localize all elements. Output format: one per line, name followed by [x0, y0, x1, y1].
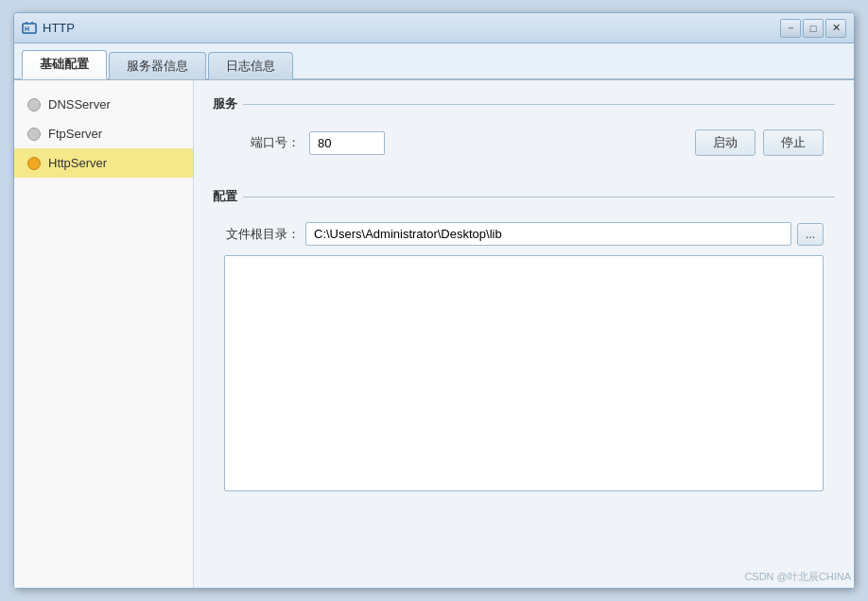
- title-bar: H HTTP － □ ✕: [14, 13, 854, 43]
- config-section: 配置 文件根目录： ...: [213, 188, 835, 503]
- action-buttons: 启动 停止: [695, 129, 824, 156]
- dns-label: DNSServer: [48, 97, 111, 112]
- port-row: 端口号： 启动 停止: [224, 129, 824, 156]
- stop-button[interactable]: 停止: [763, 129, 824, 156]
- root-dir-label: 文件根目录：: [224, 226, 300, 243]
- http-status-dot: [27, 157, 41, 170]
- window-controls: － □ ✕: [780, 19, 846, 38]
- service-section: 服务 端口号： 启动 停止: [213, 95, 835, 173]
- minimize-button[interactable]: －: [780, 19, 801, 38]
- sidebar-item-ftp[interactable]: FtpServer: [14, 119, 193, 148]
- app-icon: H: [22, 21, 37, 36]
- port-label: 端口号：: [224, 134, 300, 151]
- browse-button[interactable]: ...: [797, 223, 824, 246]
- tab-server[interactable]: 服务器信息: [109, 52, 206, 79]
- dns-status-dot: [27, 98, 41, 112]
- svg-text:H: H: [25, 26, 29, 32]
- main-panel: 服务 端口号： 启动 停止 配置: [194, 80, 854, 588]
- service-section-header: 服务: [213, 95, 835, 112]
- config-section-content: 文件根目录： ...: [213, 215, 835, 503]
- service-section-content: 端口号： 启动 停止: [213, 122, 835, 173]
- main-window: H HTTP － □ ✕ 基础配置 服务器信息 日志信息 DNSServer F…: [13, 12, 855, 589]
- root-dir-input[interactable]: [305, 222, 791, 246]
- tab-log[interactable]: 日志信息: [208, 52, 293, 79]
- sidebar: DNSServer FtpServer HttpServer: [14, 80, 194, 588]
- config-section-header: 配置: [213, 188, 835, 205]
- config-textarea[interactable]: [224, 255, 824, 491]
- restore-button[interactable]: □: [803, 19, 824, 38]
- port-input[interactable]: [309, 131, 385, 155]
- content-area: DNSServer FtpServer HttpServer 服务 端口号：: [14, 80, 854, 588]
- http-label: HttpServer: [48, 156, 107, 170]
- close-button[interactable]: ✕: [825, 19, 846, 38]
- window-title: HTTP: [43, 21, 780, 35]
- ftp-status-dot: [27, 128, 41, 141]
- tab-bar: 基础配置 服务器信息 日志信息: [14, 43, 854, 80]
- sidebar-item-dns[interactable]: DNSServer: [14, 90, 193, 119]
- start-button[interactable]: 启动: [695, 129, 755, 156]
- watermark: CSDN @叶北辰CHINA: [744, 570, 851, 584]
- root-dir-row: 文件根目录： ...: [224, 222, 824, 246]
- tab-basic[interactable]: 基础配置: [22, 50, 107, 79]
- sidebar-item-http[interactable]: HttpServer: [14, 148, 193, 178]
- ftp-label: FtpServer: [48, 127, 102, 141]
